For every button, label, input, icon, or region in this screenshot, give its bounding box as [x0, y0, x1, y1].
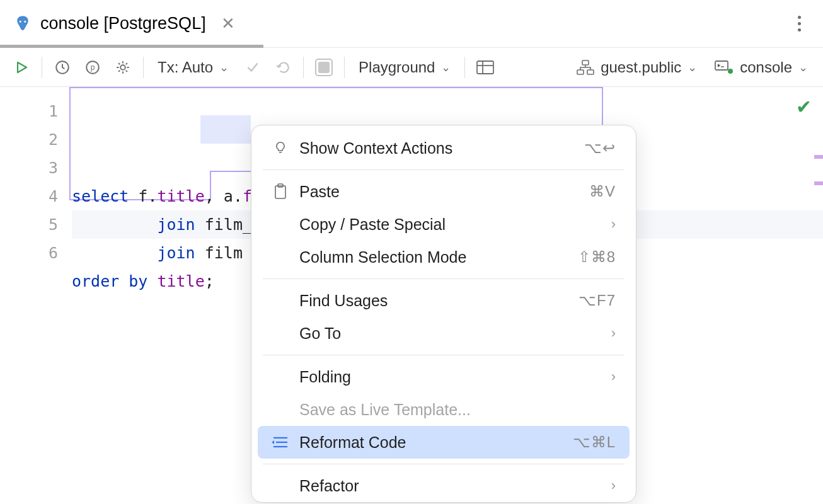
token: order by	[72, 272, 157, 290]
line-number: 1	[0, 97, 58, 125]
separator	[42, 57, 42, 78]
menu-item-paste[interactable]: Paste⌘V	[258, 175, 630, 208]
token: f.	[138, 187, 157, 205]
tab-underline	[0, 45, 263, 48]
history-icon[interactable]	[50, 55, 75, 80]
blank-icon	[272, 292, 289, 309]
menu-item-reformat-code[interactable]: Reformat Code⌥⌘L	[258, 426, 630, 459]
blank-icon	[272, 324, 289, 342]
menu-item-copy-paste-special[interactable]: Copy / Paste Special›	[258, 208, 630, 241]
svg-rect-10	[577, 70, 584, 74]
menu-item-save-as-live-template: Save as Live Template...	[258, 393, 630, 426]
submenu-arrow-icon: ›	[611, 325, 616, 341]
clipboard-icon	[272, 183, 289, 200]
svg-rect-6	[477, 61, 493, 74]
separator	[303, 57, 304, 78]
menu-item-label: Go To	[299, 324, 601, 343]
p-icon[interactable]: p	[80, 55, 105, 80]
inspection-ok-icon[interactable]: ✔	[796, 96, 812, 118]
postgres-icon	[13, 14, 33, 34]
shortcut: ⌥⌘L	[573, 433, 616, 451]
token: join	[157, 215, 204, 234]
menu-item-folding[interactable]: Folding›	[258, 360, 630, 393]
chevron-down-icon: ⌄	[688, 60, 697, 74]
menu-separator	[263, 169, 624, 170]
stop-button[interactable]	[311, 55, 337, 80]
blank-icon	[272, 248, 289, 266]
playground-label: Playground	[359, 59, 435, 76]
schema-icon	[577, 60, 594, 75]
datasource-icon	[715, 60, 734, 74]
more-icon[interactable]	[790, 15, 808, 33]
menu-separator	[263, 278, 624, 279]
shortcut: ⌥↩	[584, 139, 616, 157]
token: film_	[205, 215, 252, 234]
svg-rect-15	[275, 186, 285, 198]
schema-label: guest.public	[601, 59, 681, 76]
menu-item-column-selection-mode[interactable]: Column Selection Mode⇧⌘8	[258, 241, 630, 273]
menu-item-label: Find Usages	[299, 292, 568, 310]
blank-icon	[272, 401, 289, 418]
separator	[344, 57, 345, 78]
token: film	[205, 244, 252, 262]
separator	[143, 57, 144, 78]
separator	[464, 57, 465, 78]
menu-item-go-to[interactable]: Go To›	[258, 317, 630, 350]
console-label: console	[740, 59, 792, 76]
chevron-down-icon: ⌄	[798, 60, 808, 74]
menu-item-label: Paste	[299, 183, 579, 201]
token: join	[157, 244, 204, 262]
svg-rect-11	[587, 70, 594, 74]
tx-label: Tx: Auto	[158, 59, 213, 76]
rollback-icon[interactable]	[270, 55, 296, 80]
token: select	[72, 187, 138, 205]
run-button[interactable]	[9, 55, 34, 80]
menu-separator	[263, 355, 624, 355]
tab-bar: console [PostgreSQL] ✕	[0, 0, 823, 48]
svg-point-5	[120, 65, 125, 70]
gear-icon[interactable]	[110, 55, 135, 80]
line-number: 3	[0, 154, 58, 182]
svg-text:p: p	[91, 63, 95, 72]
blank-icon	[272, 215, 289, 233]
menu-item-label: Refactor	[299, 477, 601, 495]
token: title	[157, 187, 204, 205]
schema-selector[interactable]: guest.public ⌄	[570, 55, 703, 80]
submenu-arrow-icon: ›	[611, 478, 616, 494]
switch-view-icon[interactable]	[473, 55, 498, 80]
console-selector[interactable]: console ⌄	[708, 55, 814, 80]
line-number: 5	[0, 210, 58, 239]
svg-point-1	[24, 20, 26, 22]
token: ;	[205, 272, 214, 290]
menu-item-label: Column Selection Mode	[299, 248, 568, 266]
menu-item-label: Reformat Code	[299, 433, 563, 452]
line-number: 2	[0, 125, 58, 154]
menu-item-label: Show Context Actions	[299, 139, 574, 158]
svg-rect-12	[715, 61, 728, 70]
right-gutter	[814, 87, 823, 504]
tx-mode-selector[interactable]: Tx: Auto ⌄	[151, 55, 235, 80]
menu-item-show-context-actions[interactable]: Show Context Actions⌥↩	[258, 132, 630, 164]
chevron-down-icon: ⌄	[441, 60, 451, 74]
line-number: 4	[0, 182, 58, 210]
submenu-arrow-icon: ›	[611, 216, 616, 232]
chevron-down-icon: ⌄	[219, 60, 229, 74]
shortcut: ⇧⌘8	[578, 248, 616, 266]
menu-item-label: Folding	[299, 368, 601, 386]
commit-icon[interactable]	[240, 55, 265, 80]
close-icon[interactable]: ✕	[221, 14, 235, 33]
reformat-icon	[272, 433, 289, 451]
blank-icon	[272, 477, 289, 495]
playground-selector[interactable]: Playground ⌄	[352, 55, 457, 80]
token: title	[157, 272, 204, 290]
shortcut: ⌘V	[589, 183, 616, 200]
blank-icon	[272, 368, 289, 386]
submenu-arrow-icon: ›	[611, 369, 616, 385]
menu-item-refactor[interactable]: Refactor›	[258, 469, 630, 502]
editor-tab[interactable]: console [PostgreSQL] ✕	[0, 0, 248, 47]
menu-item-label: Copy / Paste Special	[299, 215, 601, 234]
token: , a.	[205, 187, 243, 205]
menu-separator	[263, 464, 624, 464]
sql-toolbar: p Tx: Auto ⌄ Playground ⌄ guest.public ⌄…	[0, 48, 823, 87]
menu-item-find-usages[interactable]: Find Usages⌥F7	[258, 284, 630, 317]
